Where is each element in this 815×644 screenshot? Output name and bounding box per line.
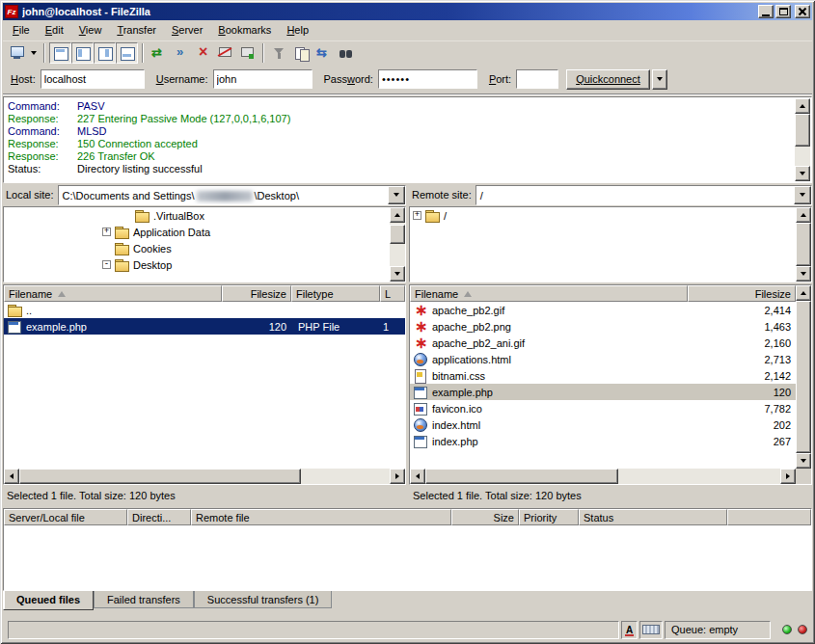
file-row[interactable]: index.php267 (410, 433, 796, 449)
toggle-queue-button[interactable] (116, 42, 138, 64)
menu-help[interactable]: Help (279, 22, 316, 38)
scroll-down-button[interactable] (795, 166, 810, 181)
column-header-size[interactable]: Size (451, 509, 519, 525)
compare-button[interactable] (290, 42, 312, 64)
menu-server[interactable]: Server (164, 22, 210, 38)
filter-button[interactable] (268, 42, 290, 64)
scroll-track[interactable] (390, 223, 405, 266)
expander-icon[interactable] (102, 260, 111, 269)
remote-tree-scrollbar[interactable] (796, 207, 811, 282)
tab-successful-transfers[interactable]: Successful transfers (1) (194, 591, 333, 608)
cancel-button[interactable] (192, 42, 214, 64)
expander-icon[interactable] (413, 211, 421, 220)
find-button[interactable] (335, 42, 357, 64)
file-row[interactable]: applications.html2,713 (410, 351, 796, 367)
scroll-track[interactable] (425, 469, 780, 484)
tab-queued-files[interactable]: Queued files (3, 591, 94, 610)
titlebar[interactable]: john@localhost - FileZilla (3, 3, 812, 20)
file-row[interactable]: favicon.ico7,782 (410, 400, 796, 416)
file-row[interactable]: index.html202 (410, 416, 796, 433)
tree-item[interactable]: .VirtualBox (4, 207, 405, 224)
scroll-left-button[interactable] (4, 469, 19, 484)
scroll-thumb[interactable] (425, 469, 618, 484)
site-manager-dropdown-button[interactable] (28, 42, 40, 64)
maximize-button[interactable] (775, 5, 791, 18)
column-header-filetype[interactable]: Filetype (291, 285, 380, 302)
host-input[interactable] (41, 69, 145, 89)
site-manager-button[interactable] (6, 42, 28, 64)
scroll-up-button[interactable] (796, 285, 811, 301)
menu-transfer[interactable]: Transfer (109, 22, 164, 38)
process-queue-button[interactable] (170, 42, 192, 64)
remote-list-vscrollbar[interactable] (796, 285, 811, 469)
reconnect-button[interactable] (236, 42, 258, 64)
scroll-up-button[interactable] (796, 207, 811, 223)
scroll-track[interactable] (795, 114, 810, 166)
scroll-right-button[interactable] (780, 469, 796, 484)
file-row[interactable]: .. (4, 302, 405, 318)
toggle-remote-tree-button[interactable] (94, 42, 116, 64)
column-header-filesize[interactable]: Filesize (688, 285, 796, 302)
menu-file[interactable]: File (5, 22, 38, 38)
file-row[interactable]: example.php 120 PHP File 1 (4, 318, 405, 335)
password-input[interactable] (378, 69, 477, 89)
refresh-button[interactable] (148, 42, 170, 64)
minimize-button[interactable] (758, 5, 774, 18)
tree-item[interactable]: Desktop (4, 256, 405, 273)
scroll-down-button[interactable] (796, 266, 811, 282)
menu-bookmarks[interactable]: Bookmarks (210, 22, 279, 38)
toggle-local-tree-button[interactable] (71, 42, 94, 64)
column-header-server-local-file[interactable]: Server/Local file (4, 509, 127, 525)
tree-item[interactable]: Cookies (4, 240, 405, 256)
scroll-thumb[interactable] (796, 301, 811, 453)
column-header-lastmodified[interactable]: L (380, 285, 405, 302)
port-input[interactable] (516, 69, 558, 89)
scroll-thumb[interactable] (795, 114, 810, 147)
column-header-filesize[interactable]: Filesize (222, 285, 291, 302)
scroll-up-button[interactable] (795, 98, 810, 114)
file-row[interactable]: bitnami.css2,142 (410, 367, 796, 384)
menu-view[interactable]: View (71, 22, 110, 38)
tree-item[interactable]: / (410, 207, 811, 224)
scroll-down-button[interactable] (390, 266, 405, 282)
remote-list-hscrollbar[interactable] (410, 469, 796, 484)
scroll-right-button[interactable] (390, 469, 405, 484)
toggle-log-button[interactable] (49, 42, 71, 64)
file-row[interactable]: apache_pb2.gif2,414 (410, 302, 796, 318)
file-row[interactable]: apache_pb2.png1,463 (410, 318, 796, 335)
scroll-thumb[interactable] (19, 469, 301, 484)
menu-edit[interactable]: Edit (38, 22, 71, 38)
scroll-thumb[interactable] (796, 223, 811, 266)
file-row[interactable]: apache_pb2_ani.gif2,160 (410, 335, 796, 351)
column-header-filename[interactable]: Filename (4, 285, 222, 302)
scroll-track[interactable] (796, 301, 811, 453)
local-tree-scrollbar[interactable] (390, 207, 405, 282)
scroll-up-button[interactable] (390, 207, 405, 223)
tab-failed-transfers[interactable]: Failed transfers (94, 591, 194, 608)
file-row[interactable]: example.php120 (410, 384, 796, 400)
local-list-hscrollbar[interactable] (4, 469, 405, 484)
remote-site-combobox[interactable]: / (475, 185, 812, 205)
column-header-status[interactable]: Status (579, 509, 727, 525)
scroll-down-button[interactable] (796, 453, 811, 469)
dropdown-button[interactable] (388, 186, 405, 204)
column-header-priority[interactable]: Priority (519, 509, 579, 525)
sync-browse-button[interactable] (312, 42, 335, 64)
quickconnect-button[interactable]: Quickconnect (566, 69, 650, 90)
tree-item[interactable]: Application Data (4, 224, 405, 240)
local-site-combobox[interactable]: C:\Documents and Settings\\Desktop\ (58, 185, 406, 205)
scroll-thumb[interactable] (390, 225, 405, 244)
quickconnect-dropdown-button[interactable] (652, 69, 667, 90)
scroll-left-button[interactable] (410, 469, 425, 484)
column-header-direction[interactable]: Directi... (127, 509, 191, 525)
dropdown-button[interactable] (794, 186, 811, 204)
disconnect-button[interactable] (214, 42, 236, 64)
scroll-track[interactable] (19, 469, 390, 484)
column-header-filename[interactable]: Filename (410, 285, 688, 302)
log-scrollbar[interactable] (795, 98, 810, 181)
column-header-remote-file[interactable]: Remote file (191, 509, 451, 525)
username-input[interactable] (213, 69, 312, 89)
expander-icon[interactable] (102, 228, 111, 236)
scroll-track[interactable] (796, 223, 811, 266)
close-button[interactable] (795, 5, 810, 18)
